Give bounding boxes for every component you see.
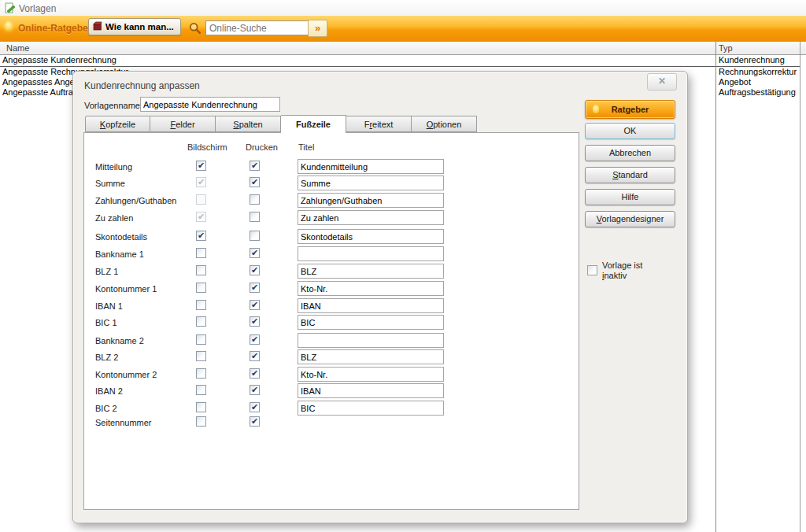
titel-input[interactable] — [298, 175, 444, 190]
titel-input[interactable] — [298, 229, 444, 244]
bildschirm-checkbox: ✔ — [196, 177, 206, 187]
titel-input[interactable] — [298, 298, 444, 313]
drucken-checkbox[interactable] — [250, 212, 260, 222]
titel-input[interactable] — [298, 383, 444, 398]
column-header-titel: Titel — [298, 142, 314, 152]
lightbulb-icon — [593, 105, 599, 113]
bildschirm-checkbox[interactable] — [196, 265, 206, 275]
titel-input[interactable] — [298, 315, 444, 330]
ratgeber-button[interactable]: Ratgeber — [585, 100, 675, 119]
bildschirm-checkbox[interactable]: ✔ — [196, 161, 206, 171]
cancel-button-label: Abbrechen — [609, 148, 651, 157]
footer-row-label: IBAN 1 — [95, 301, 123, 311]
wie-kann-man-button[interactable]: Wie kann man... — [88, 18, 181, 35]
column-header-drucken: Drucken — [246, 142, 278, 152]
titel-input[interactable] — [298, 210, 444, 225]
titel-input[interactable] — [298, 333, 444, 348]
column-header-name[interactable]: Name — [6, 43, 29, 53]
close-icon[interactable]: ✕ — [647, 73, 677, 91]
titel-input[interactable] — [298, 264, 444, 279]
dialog-tab[interactable]: Optionen — [412, 116, 477, 132]
bildschirm-checkbox[interactable] — [196, 416, 206, 427]
footer-row: Bankname 1 ✔ — [73, 246, 687, 264]
drucken-checkbox[interactable]: ✔ — [250, 402, 260, 412]
vorlagenname-input[interactable] — [140, 97, 280, 112]
drucken-checkbox[interactable]: ✔ — [250, 416, 260, 427]
bildschirm-checkbox[interactable] — [196, 351, 206, 361]
drucken-checkbox[interactable]: ✔ — [250, 177, 260, 187]
drucken-checkbox[interactable] — [250, 194, 260, 205]
footer-row: BLZ 2 ✔ — [73, 349, 687, 367]
footer-row-label: BLZ 1 — [95, 267, 118, 276]
ratgeber-button-label: Ratgeber — [612, 105, 649, 114]
online-ratgeber-label: Online-Ratgeber — [18, 23, 91, 34]
bildschirm-checkbox — [196, 194, 206, 205]
footer-row: Seitennummer ✔ — [73, 415, 687, 432]
titel-input[interactable] — [298, 401, 444, 416]
ok-button-label: OK — [624, 126, 637, 135]
footer-row: BIC 1 ✔ — [73, 315, 687, 332]
list-row-typ: Rechnungskorrektur — [719, 67, 797, 76]
list-row-typ: Kundenrechnung — [719, 55, 785, 65]
footer-row-label: Bankname 2 — [95, 336, 144, 345]
drucken-checkbox[interactable]: ✔ — [250, 351, 260, 361]
titel-input[interactable] — [298, 193, 444, 208]
window-titlebar: Vorlagen — [0, 0, 806, 16]
titel-input[interactable] — [298, 246, 444, 261]
bildschirm-checkbox[interactable] — [196, 385, 206, 395]
online-ratgeber-toolbar: Online-Ratgeber Wie kann man... » — [0, 16, 806, 42]
drucken-checkbox[interactable] — [250, 231, 260, 241]
dialog-tab[interactable]: Felder — [150, 116, 216, 132]
bildschirm-checkbox[interactable] — [196, 300, 206, 310]
footer-row-label: Skontodetails — [95, 232, 147, 242]
footer-row-label: Summe — [95, 179, 125, 188]
dialog-tab[interactable]: Kopfzeile — [85, 116, 150, 132]
bildschirm-checkbox[interactable] — [196, 283, 206, 293]
footer-row-label: BIC 1 — [95, 318, 117, 327]
footer-row: Skontodetails ✔ — [73, 229, 687, 246]
bildschirm-checkbox[interactable] — [196, 368, 206, 379]
footer-row-label: Kontonummer 1 — [95, 284, 157, 294]
dialog-tabs: Kopfzeile Felder Spalten Fußzeile Freite… — [85, 116, 477, 133]
titel-input[interactable] — [298, 159, 444, 174]
dialog-tab[interactable]: Freitext — [346, 116, 412, 132]
window-title: Vorlagen — [19, 3, 56, 14]
drucken-checkbox[interactable]: ✔ — [250, 161, 260, 171]
drucken-checkbox[interactable]: ✔ — [250, 265, 260, 275]
column-header-bildschirm: Bildschirm — [187, 142, 227, 152]
search-go-button[interactable]: » — [308, 20, 327, 37]
bildschirm-checkbox[interactable] — [196, 334, 206, 345]
bildschirm-checkbox[interactable] — [196, 402, 206, 412]
ok-button[interactable]: OK — [585, 123, 675, 139]
titel-input[interactable] — [298, 281, 444, 296]
drucken-checkbox[interactable]: ✔ — [250, 248, 260, 258]
list-row-typ: Auftragsbestätigung — [719, 87, 796, 97]
footer-row: Kontonummer 1 ✔ — [73, 281, 687, 298]
list-header: Name Typ — [0, 42, 806, 55]
list-row-name: Angepasste Kundenrechnung — [2, 55, 116, 65]
drucken-checkbox[interactable]: ✔ — [250, 385, 260, 395]
list-row[interactable]: Angepasste Kundenrechnung Kundenrechnung — [0, 55, 800, 67]
online-search-input[interactable] — [205, 20, 311, 35]
drucken-checkbox[interactable]: ✔ — [250, 334, 260, 345]
dialog-tab[interactable]: Fußzeile — [281, 115, 346, 133]
wie-kann-man-label: Wie kann man... — [105, 22, 174, 31]
drucken-checkbox[interactable]: ✔ — [250, 283, 260, 293]
footer-row: IBAN 2 ✔ — [73, 383, 687, 401]
titel-input[interactable] — [298, 349, 444, 364]
footer-row-label: Kontonummer 2 — [95, 370, 157, 379]
drucken-checkbox[interactable]: ✔ — [250, 316, 260, 327]
drucken-checkbox[interactable]: ✔ — [250, 368, 260, 379]
column-divider[interactable] — [715, 42, 716, 532]
drucken-checkbox[interactable]: ✔ — [250, 300, 260, 310]
footer-row: BLZ 1 ✔ — [73, 264, 687, 281]
titel-input[interactable] — [298, 367, 444, 382]
footer-row: Kontonummer 2 ✔ — [73, 367, 687, 384]
dialog-tab[interactable]: Spalten — [216, 116, 281, 132]
search-icon[interactable] — [189, 22, 202, 36]
column-header-typ[interactable]: Typ — [719, 43, 733, 53]
app-window: Vorlagen Online-Ratgeber Wie kann man...… — [0, 0, 806, 532]
bildschirm-checkbox[interactable] — [196, 248, 206, 258]
bildschirm-checkbox[interactable]: ✔ — [196, 231, 206, 241]
bildschirm-checkbox[interactable] — [196, 316, 206, 327]
